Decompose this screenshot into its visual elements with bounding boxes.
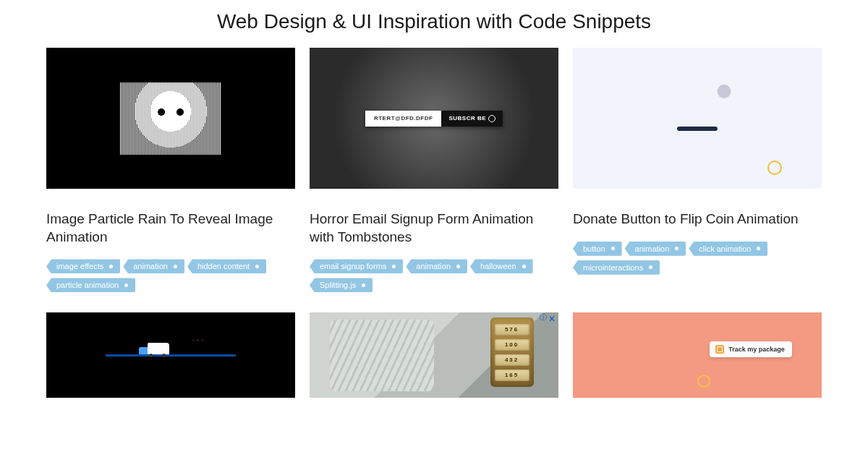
lock-dial: 100 xyxy=(495,339,529,351)
road-graphic: · · · xyxy=(106,354,236,357)
ad-card: 576 100 432 165 ⓘ ✕ xyxy=(310,312,558,398)
dust-graphic: · · · xyxy=(192,337,204,344)
snippet-card: Image Particle Rain To Reveal Image Anim… xyxy=(46,48,295,292)
snippet-card: Track my package xyxy=(573,312,822,398)
subscribe-sample-text: SUBSCR BE xyxy=(441,111,503,127)
snippet-title[interactable]: Image Particle Rain To Reveal Image Anim… xyxy=(46,210,295,246)
tag[interactable]: hidden content xyxy=(187,259,266,273)
lock-dial: 165 xyxy=(495,370,529,381)
tag-list: email signup forms animation halloween S… xyxy=(310,259,558,292)
snippet-thumbnail[interactable] xyxy=(573,48,822,189)
lock-graphic: 576 100 432 165 xyxy=(490,317,534,387)
snippet-thumbnail[interactable]: Track my package xyxy=(573,312,822,398)
pill-label: Track my package xyxy=(728,346,785,353)
snippet-title[interactable]: Horror Email Signup Form Animation with … xyxy=(310,210,558,246)
tag[interactable]: image effects xyxy=(46,259,120,273)
package-icon xyxy=(715,345,724,354)
tag[interactable]: button xyxy=(573,242,622,256)
tag[interactable]: click animation xyxy=(689,242,767,256)
coin-icon xyxy=(718,85,731,98)
button-placeholder xyxy=(677,127,718,131)
lock-dial: 576 xyxy=(495,324,529,336)
snippet-card: · · · xyxy=(46,312,295,398)
lock-dial: 432 xyxy=(495,354,529,366)
snippet-thumbnail[interactable]: · · · xyxy=(46,312,295,398)
tag[interactable]: animation xyxy=(406,259,467,273)
track-package-pill: Track my package xyxy=(710,341,792,357)
snippet-card: RTERT@DFD.DFDF SUBSCR BE Horror Email Si… xyxy=(310,48,558,292)
email-sample-text: RTERT@DFD.DFDF xyxy=(365,111,441,127)
tag[interactable]: Splitting.js xyxy=(310,278,373,292)
particle-face-graphic xyxy=(120,82,221,155)
tag-list: image effects animation hidden content p… xyxy=(46,259,295,292)
snippet-title[interactable]: Donate Button to Flip Coin Animation xyxy=(573,210,822,229)
tag[interactable]: email signup forms xyxy=(310,259,403,273)
ad-thumbnail[interactable]: 576 100 432 165 ⓘ ✕ xyxy=(310,312,558,398)
tag[interactable]: animation xyxy=(123,259,184,273)
tag-list: button animation click animation microin… xyxy=(573,242,822,275)
ad-info-icon[interactable]: ⓘ xyxy=(540,312,547,323)
ad-controls: ⓘ ✕ xyxy=(540,314,556,324)
tag[interactable]: animation xyxy=(625,242,686,256)
snippet-grid: Image Particle Rain To Reveal Image Anim… xyxy=(46,48,822,398)
truck-icon xyxy=(148,343,169,354)
ad-close-icon[interactable]: ✕ xyxy=(548,314,556,324)
cursor-icon xyxy=(767,161,782,175)
page-title: Web Design & UI Inspiration with Code Sn… xyxy=(46,0,822,48)
cursor-icon xyxy=(697,375,710,388)
snippet-thumbnail[interactable] xyxy=(46,48,295,189)
email-form-graphic: RTERT@DFD.DFDF SUBSCR BE xyxy=(365,111,503,127)
snippet-card: Donate Button to Flip Coin Animation but… xyxy=(573,48,822,292)
tag[interactable]: particle animation xyxy=(46,278,135,292)
tag[interactable]: microinteractions xyxy=(573,260,660,275)
tag[interactable]: halloween xyxy=(470,259,533,273)
snippet-thumbnail[interactable]: RTERT@DFD.DFDF SUBSCR BE xyxy=(310,48,558,189)
